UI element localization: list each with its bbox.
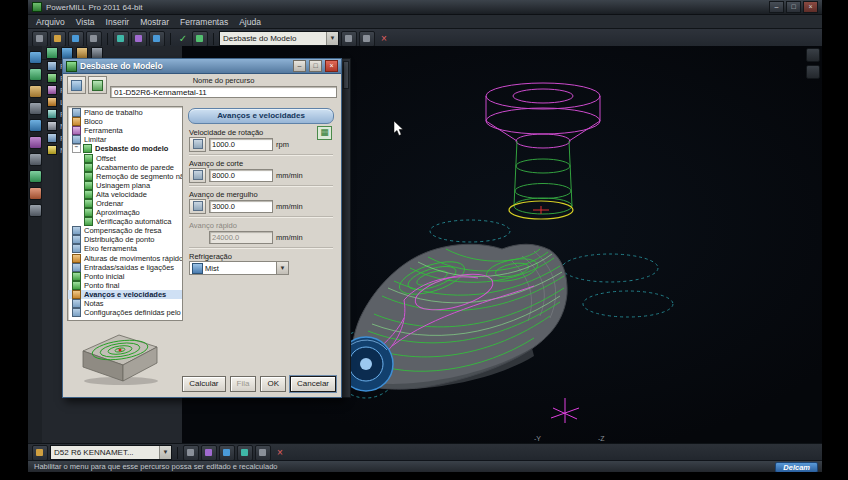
save-project-icon[interactable]	[68, 31, 84, 47]
plunge-feed-input[interactable]	[209, 200, 273, 213]
tree-item-ordering[interactable]: Ordenar	[68, 199, 182, 208]
tool-shank-icon[interactable]	[201, 445, 217, 461]
tree-item-offset[interactable]: Offset	[68, 153, 182, 162]
close-tool-toolbar-icon[interactable]: ×	[273, 446, 287, 460]
block-icon[interactable]	[113, 31, 129, 47]
plunge-feed-icon[interactable]	[189, 199, 206, 214]
powermill-window: PowerMILL Pro 2011 64-bit – □ × Arquivo …	[28, 0, 822, 472]
tree-item-end-point[interactable]: Ponto final	[68, 281, 182, 290]
dialog-titlebar[interactable]: Desbaste do Modelo – □ ×	[63, 59, 341, 74]
open-project-icon[interactable]	[50, 31, 66, 47]
menu-vista[interactable]: Vista	[76, 17, 95, 27]
copy-toolpath-icon[interactable]	[88, 76, 107, 94]
menu-inserir[interactable]: Inserir	[106, 17, 130, 27]
menubar: Arquivo Vista Inserir Mostrar Ferramenta…	[28, 15, 822, 29]
tree-item-tool-axis[interactable]: Eixo ferramenta	[68, 244, 182, 253]
menu-ferramentas[interactable]: Ferramentas	[180, 17, 228, 27]
tree-item-workplane[interactable]: Plano de trabalho	[68, 108, 182, 117]
tree-item-wall-finishing[interactable]: Acabamento de parede	[68, 163, 182, 172]
tree-item-leads-links[interactable]: Entradas/saídas e ligações	[68, 263, 182, 272]
viewport-tool-icon-1[interactable]	[806, 48, 820, 62]
toolpath-type-icon[interactable]	[67, 76, 86, 94]
active-tool-icon[interactable]	[32, 445, 48, 461]
menu-ajuda[interactable]: Ajuda	[239, 17, 261, 27]
minimize-button[interactable]: –	[769, 1, 784, 13]
scrollbar-handle[interactable]	[343, 61, 349, 89]
dialog-scrollbar[interactable]	[341, 58, 351, 398]
zoom-fit-icon[interactable]	[29, 153, 42, 166]
spindle-speed-icon[interactable]	[189, 137, 206, 152]
toolpath-name-input[interactable]	[110, 86, 337, 98]
dialog-maximize-button[interactable]: □	[309, 60, 322, 72]
dialog-minimize-button[interactable]: –	[293, 60, 306, 72]
calculate-check-icon[interactable]: ✓	[176, 32, 190, 46]
boundary-icon[interactable]	[149, 31, 165, 47]
holder-wireframe-magenta	[486, 83, 600, 148]
tree-item-limit[interactable]: Limitar	[68, 135, 182, 144]
close-strategy-icon[interactable]: ×	[377, 32, 391, 46]
spindle-speed-group: Velocidade de rotação rpm	[189, 128, 333, 151]
tree-item-flat-machining[interactable]: Usinagem plana	[68, 181, 182, 190]
spindle-speed-input[interactable]	[209, 138, 273, 151]
window-titlebar: PowerMILL Pro 2011 64-bit – □ ×	[28, 0, 822, 15]
chevron-down-icon[interactable]: ▼	[276, 262, 288, 274]
dialog-close-button[interactable]: ×	[325, 60, 338, 72]
tree-item-block[interactable]: Bloco	[68, 117, 182, 126]
tree-item-approach[interactable]: Aproximação	[68, 208, 182, 217]
tree-item-rapid-heights[interactable]: Alturas de movimentos rápidos	[68, 254, 182, 263]
tree-item-high-speed[interactable]: Alta velocidade	[68, 190, 182, 199]
feeds-calculator-icon[interactable]: ▦	[317, 126, 332, 140]
viewport-tool-icon-2[interactable]	[806, 65, 820, 79]
explorer-filter-icon[interactable]	[76, 47, 88, 59]
tree-item-unsafe-segment[interactable]: Remoção de segmento não seguro	[68, 172, 182, 181]
cutting-feed-icon[interactable]	[189, 168, 206, 183]
strategy-icon[interactable]	[192, 31, 208, 47]
queue-button: Fila	[230, 376, 257, 392]
coolant-combo[interactable]: Mist ▼	[189, 261, 289, 275]
tree-item-point-distribution[interactable]: Distribuição de ponto	[68, 235, 182, 244]
tree-item-cutter-compensation[interactable]: Compensação de fresa	[68, 226, 182, 235]
tree-item-model-roughing[interactable]: −Desbaste do modelo	[68, 144, 182, 153]
menu-mostrar[interactable]: Mostrar	[140, 17, 169, 27]
view-side-icon[interactable]	[29, 102, 42, 115]
chevron-down-icon[interactable]: ▼	[326, 32, 338, 45]
active-tool-combo[interactable]: D52 R6 KENNAMET... ▼	[50, 445, 172, 460]
cancel-button[interactable]: Cancelar	[290, 376, 336, 392]
tree-item-feeds-speeds[interactable]: Avanços e velocidades	[68, 290, 182, 299]
maximize-button[interactable]: □	[786, 1, 801, 13]
active-strategy-combo[interactable]: Desbaste do Modelo ▼	[219, 31, 339, 46]
print-icon[interactable]	[86, 31, 102, 47]
ok-button[interactable]: OK	[260, 376, 286, 392]
next-toolpath-icon[interactable]	[359, 31, 375, 47]
close-button[interactable]: ×	[803, 1, 818, 13]
refresh-view-icon[interactable]	[29, 170, 42, 183]
prev-toolpath-icon[interactable]	[341, 31, 357, 47]
wireframe-icon[interactable]	[29, 136, 42, 149]
new-project-icon[interactable]	[32, 31, 48, 47]
calculate-button[interactable]: Calcular	[182, 376, 225, 392]
tree-item-start-point[interactable]: Ponto inicial	[68, 272, 182, 281]
delcam-badge[interactable]: Delcam	[775, 462, 818, 472]
explorer-pin-icon[interactable]	[91, 47, 103, 59]
statusbar: Habilitar o menu para que esse percurso …	[28, 460, 822, 472]
menu-arquivo[interactable]: Arquivo	[36, 17, 65, 27]
explorer-expand-icon[interactable]	[46, 47, 58, 59]
chevron-down-icon[interactable]: ▼	[159, 446, 171, 459]
view-iso-icon[interactable]	[29, 51, 42, 64]
measure-icon[interactable]	[29, 187, 42, 200]
tool-icon[interactable]	[131, 31, 147, 47]
tree-item-user-settings[interactable]: Configurações definidas pelo usuário	[68, 308, 182, 317]
explorer-collapse-icon[interactable]	[61, 47, 73, 59]
tool-settings-icon[interactable]	[255, 445, 271, 461]
tool-holder-icon[interactable]	[219, 445, 235, 461]
view-front-icon[interactable]	[29, 85, 42, 98]
tree-item-auto-verification[interactable]: Verificação automática	[68, 217, 182, 226]
tree-item-notes[interactable]: Notas	[68, 299, 182, 308]
edit-tool-icon[interactable]	[183, 445, 199, 461]
tree-item-tool[interactable]: Ferramenta	[68, 126, 182, 135]
cutting-feed-input[interactable]	[209, 169, 273, 182]
view-top-icon[interactable]	[29, 68, 42, 81]
tool-database-icon[interactable]	[237, 445, 253, 461]
grid-icon[interactable]	[29, 204, 42, 217]
shade-icon[interactable]	[29, 119, 42, 132]
